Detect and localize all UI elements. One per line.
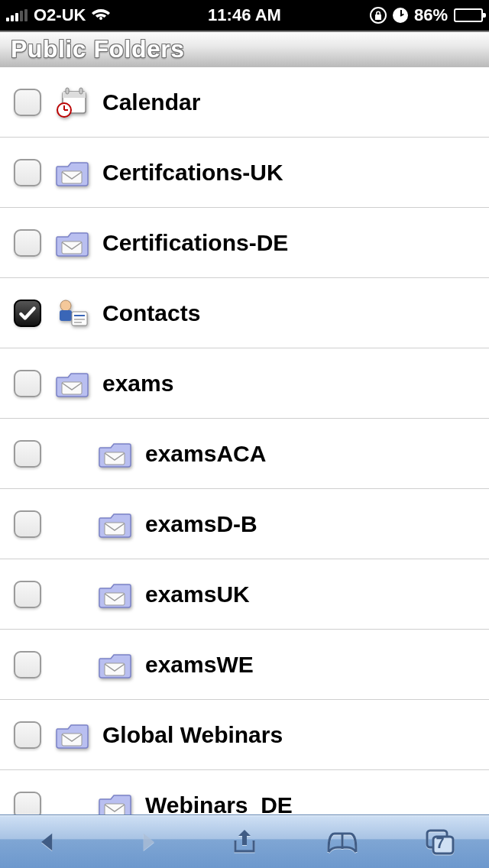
folder-checkbox[interactable] bbox=[14, 581, 41, 608]
pages-button[interactable]: 7 bbox=[419, 823, 461, 861]
mailfolder-icon bbox=[98, 649, 131, 680]
calendar-icon bbox=[55, 87, 89, 118]
folder-list: Calendar Certifcations-UK Certifications… bbox=[0, 67, 489, 815]
folder-row[interactable]: Global Webinars bbox=[0, 700, 489, 770]
pages-count: 7 bbox=[436, 834, 444, 851]
folder-label: Certifications-DE bbox=[102, 230, 475, 256]
status-time: 11:46 AM bbox=[208, 5, 281, 25]
svg-rect-9 bbox=[62, 171, 82, 183]
status-right: 86% bbox=[370, 5, 483, 25]
folder-row[interactable]: Certifications-DE bbox=[0, 208, 489, 278]
folder-label: Certifcations-UK bbox=[102, 160, 475, 186]
folder-checkbox[interactable] bbox=[14, 440, 41, 468]
bookmarks-button[interactable] bbox=[321, 823, 364, 861]
svg-rect-22 bbox=[62, 734, 82, 746]
svg-rect-19 bbox=[105, 523, 125, 535]
svg-rect-18 bbox=[105, 452, 125, 465]
battery-percent: 86% bbox=[414, 5, 448, 25]
svg-rect-20 bbox=[105, 593, 125, 605]
folder-row[interactable]: examsWE bbox=[0, 630, 489, 700]
folder-row[interactable]: Contacts bbox=[0, 278, 489, 348]
mailfolder-icon bbox=[98, 579, 131, 610]
forward-button[interactable] bbox=[125, 823, 168, 861]
folder-checkbox[interactable] bbox=[14, 792, 41, 815]
mailfolder-icon bbox=[55, 720, 89, 750]
share-button[interactable] bbox=[223, 823, 266, 861]
battery-icon bbox=[454, 8, 483, 22]
folder-checkbox[interactable] bbox=[14, 721, 41, 749]
folder-checkbox[interactable] bbox=[14, 300, 41, 327]
mailfolder-icon bbox=[55, 368, 89, 399]
folder-row[interactable]: examsUK bbox=[0, 559, 489, 630]
folder-label: Webinars_DE bbox=[145, 792, 475, 815]
contacts-icon bbox=[55, 298, 89, 329]
svg-rect-17 bbox=[62, 382, 82, 394]
svg-rect-3 bbox=[66, 88, 69, 94]
status-bar: O2-UK 11:46 AM 86% bbox=[0, 0, 489, 31]
folder-label: examsUK bbox=[145, 581, 475, 607]
signal-icon bbox=[6, 9, 28, 21]
orientation-lock-icon bbox=[370, 7, 387, 24]
folder-checkbox[interactable] bbox=[14, 651, 41, 679]
section-header: Public Folders bbox=[0, 31, 489, 67]
svg-rect-12 bbox=[60, 310, 72, 321]
folder-label: Calendar bbox=[102, 89, 475, 115]
folder-row[interactable]: examsACA bbox=[0, 419, 489, 489]
folder-label: Contacts bbox=[102, 300, 475, 326]
svg-rect-5 bbox=[79, 88, 83, 94]
wifi-icon bbox=[92, 6, 110, 25]
folder-row[interactable]: examsD-B bbox=[0, 489, 489, 559]
folder-row[interactable]: Calendar bbox=[0, 67, 489, 138]
back-button[interactable] bbox=[28, 823, 70, 861]
folder-checkbox[interactable] bbox=[14, 510, 41, 538]
folder-label: examsACA bbox=[145, 441, 475, 467]
folder-checkbox[interactable] bbox=[14, 229, 41, 257]
folder-label: examsD-B bbox=[145, 511, 475, 537]
folder-row[interactable]: Webinars_DE bbox=[0, 770, 489, 815]
mailfolder-icon bbox=[55, 157, 89, 188]
folder-row[interactable]: exams bbox=[0, 348, 489, 419]
mailfolder-icon bbox=[98, 439, 131, 469]
svg-rect-21 bbox=[105, 663, 125, 675]
clock-icon bbox=[393, 8, 408, 23]
folder-label: examsWE bbox=[145, 652, 475, 678]
folder-checkbox[interactable] bbox=[14, 370, 41, 397]
mailfolder-icon bbox=[55, 228, 89, 258]
folder-checkbox[interactable] bbox=[14, 159, 41, 186]
folder-checkbox[interactable] bbox=[14, 89, 41, 116]
mailfolder-icon bbox=[98, 509, 131, 539]
svg-rect-23 bbox=[105, 804, 125, 815]
svg-point-11 bbox=[60, 300, 71, 311]
section-title: Public Folders bbox=[11, 35, 184, 63]
svg-rect-10 bbox=[62, 241, 82, 254]
folder-label: Global Webinars bbox=[102, 722, 475, 748]
carrier-label: O2-UK bbox=[34, 5, 86, 25]
folder-list-container[interactable]: Calendar Certifcations-UK Certifications… bbox=[0, 67, 489, 815]
mailfolder-icon bbox=[98, 790, 131, 815]
folder-row[interactable]: Certifcations-UK bbox=[0, 138, 489, 208]
folder-label: exams bbox=[102, 371, 475, 397]
status-left: O2-UK bbox=[6, 5, 110, 25]
browser-toolbar: 7 bbox=[0, 815, 489, 868]
